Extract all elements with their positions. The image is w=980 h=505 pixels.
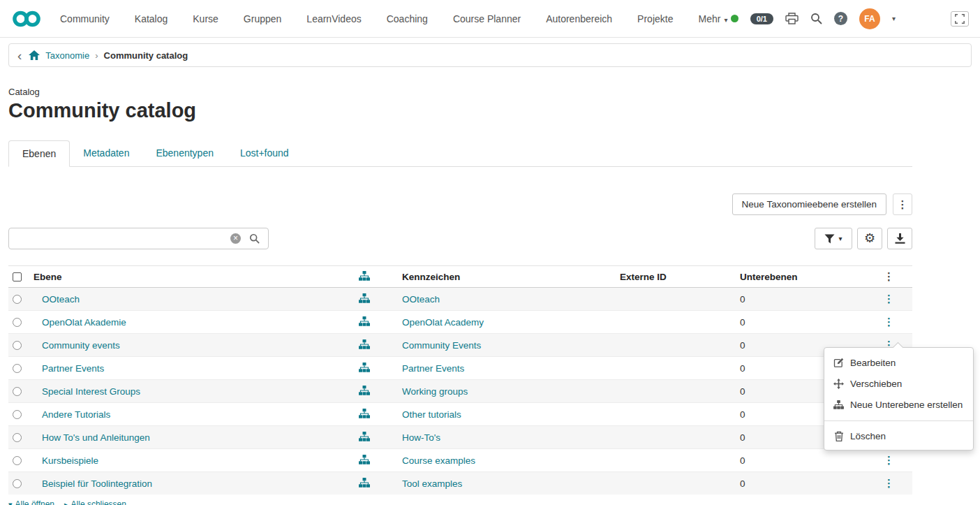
topnav-item-mehr[interactable]: Mehr <box>698 13 727 24</box>
column-header-kennzeichen[interactable]: Kennzeichen <box>394 266 620 288</box>
kennzeichen-link[interactable]: Course examples <box>402 455 475 466</box>
new-taxonomy-level-button[interactable]: Neue Taxonomieebene erstellen <box>732 193 886 215</box>
kennzeichen-link[interactable]: Other tutorials <box>402 409 461 420</box>
row-select-checkbox[interactable] <box>13 318 22 327</box>
download-icon <box>895 233 905 244</box>
row-select-checkbox[interactable] <box>13 364 22 373</box>
sitemap-icon <box>359 363 370 372</box>
chevron-down-icon[interactable] <box>892 15 896 22</box>
table-search-icon[interactable] <box>249 233 260 244</box>
column-settings-kebab-icon[interactable] <box>884 272 894 282</box>
menu-item-label: Neue Unterebene erstellen <box>850 400 963 410</box>
tab-metadaten[interactable]: Metadaten <box>70 140 142 166</box>
row-select-checkbox[interactable] <box>13 295 22 304</box>
unterebenen-cell: 0 <box>740 288 866 311</box>
row-actions-kebab-button[interactable] <box>884 294 894 305</box>
close-all-link[interactable]: Alle schliessen <box>64 499 126 505</box>
back-chevron-icon[interactable] <box>17 49 22 62</box>
kennzeichen-link[interactable]: OpenOlat Academy <box>402 317 484 328</box>
table-row: OpenOlat Akademie OpenOlat Academy 0 <box>8 311 912 334</box>
fullscreen-icon[interactable] <box>951 11 969 27</box>
sitemap-icon <box>359 432 370 441</box>
tab-lost-found[interactable]: Lost+found <box>227 140 302 166</box>
kennzeichen-link[interactable]: Partner Events <box>402 363 464 374</box>
row-select-checkbox[interactable] <box>13 456 22 465</box>
row-select-checkbox[interactable] <box>13 410 22 419</box>
row-actions-kebab-button[interactable] <box>884 478 894 489</box>
topnav-item-projekte[interactable]: Projekte <box>637 13 673 24</box>
unterebenen-cell: 0 <box>740 472 866 495</box>
topnav-item-autorenbereich[interactable]: Autorenbereich <box>546 13 612 24</box>
level-name-link[interactable]: Community events <box>42 340 120 351</box>
table-row: Kursbeispiele Course examples 0 <box>8 449 912 472</box>
topnav-right-cluster: 0/1 FA <box>731 8 969 29</box>
download-button[interactable] <box>887 228 912 249</box>
topnav-item-katalog[interactable]: Katalog <box>135 13 168 24</box>
row-select-checkbox[interactable] <box>13 433 22 442</box>
unterebenen-cell: 0 <box>740 449 866 472</box>
clear-icon[interactable] <box>230 233 241 244</box>
breadcrumb-taxonomie-link[interactable]: Taxonomie <box>45 50 89 61</box>
table-settings-button[interactable] <box>857 228 882 249</box>
breadcrumb-current: Community catalog <box>104 50 188 61</box>
level-name-link[interactable]: Special Interest Groups <box>42 386 140 397</box>
row-actions-kebab-button[interactable] <box>884 455 894 466</box>
level-name-link[interactable]: OOteach <box>42 294 80 305</box>
level-name-link[interactable]: Beispiel für Toolintegration <box>42 478 152 489</box>
select-all-checkbox[interactable] <box>13 272 22 281</box>
topnav-items: Community Katalog Kurse Gruppen LearnVid… <box>60 13 727 24</box>
topnav-item-gruppen[interactable]: Gruppen <box>244 13 281 24</box>
topnav-item-coaching[interactable]: Coaching <box>387 13 428 24</box>
externe-id-cell <box>620 403 740 426</box>
level-name-link[interactable]: Partner Events <box>42 363 104 374</box>
caret-down-icon <box>8 499 13 505</box>
row-actions-kebab-button[interactable] <box>884 317 894 328</box>
table-row: Special Interest Groups Working groups 0 <box>8 380 912 403</box>
row-select-checkbox[interactable] <box>13 387 22 396</box>
level-name-link[interactable]: Andere Tutorials <box>42 409 110 420</box>
sitemap-icon <box>359 409 370 418</box>
openolat-logo[interactable] <box>11 9 43 29</box>
filter-button[interactable] <box>815 228 852 249</box>
task-counter-badge[interactable]: 0/1 <box>750 13 773 24</box>
tree-expand-links: Alle öffnen Alle schliessen <box>8 499 912 505</box>
table-row: OOteach OOteach 0 <box>8 288 912 311</box>
home-icon[interactable] <box>29 50 40 60</box>
column-header-ebene[interactable]: Ebene <box>34 266 335 288</box>
printer-icon[interactable] <box>785 13 799 24</box>
tab-ebenen[interactable]: Ebenen <box>8 140 70 167</box>
edit-icon <box>833 358 845 368</box>
kennzeichen-link[interactable]: OOteach <box>402 294 440 305</box>
menu-item-bearbeiten[interactable]: Bearbeiten <box>824 352 973 373</box>
kennzeichen-link[interactable]: Tool examples <box>402 478 462 489</box>
unterebenen-cell: 0 <box>740 311 866 334</box>
row-select-checkbox[interactable] <box>13 479 22 488</box>
help-icon[interactable] <box>834 12 847 25</box>
open-all-link[interactable]: Alle öffnen <box>8 499 54 505</box>
row-context-menu: Bearbeiten Verschieben Neue Unterebene e… <box>824 347 974 451</box>
avatar[interactable]: FA <box>859 8 880 29</box>
level-name-link[interactable]: Kursbeispiele <box>42 455 98 466</box>
topnav-item-learnvideos[interactable]: LearnVideos <box>306 13 361 24</box>
kennzeichen-link[interactable]: Community Events <box>402 340 481 351</box>
externe-id-cell <box>620 380 740 403</box>
level-name-link[interactable]: How To's und Anleitungen <box>42 432 150 443</box>
kebab-menu-icon <box>898 198 908 211</box>
chevron-right-icon <box>95 50 98 61</box>
row-select-checkbox[interactable] <box>13 341 22 350</box>
search-icon[interactable] <box>810 13 822 24</box>
menu-item-neue-unterebene[interactable]: Neue Unterebene erstellen <box>824 394 973 415</box>
column-header-externe-id[interactable]: Externe ID <box>620 266 740 288</box>
topnav-item-kurse[interactable]: Kurse <box>193 13 218 24</box>
topnav-item-community[interactable]: Community <box>60 13 110 24</box>
table-tools <box>815 228 912 249</box>
level-name-link[interactable]: OpenOlat Akademie <box>42 317 126 328</box>
kennzeichen-link[interactable]: Working groups <box>402 386 468 397</box>
topnav-item-course-planner[interactable]: Course Planner <box>453 13 521 24</box>
kennzeichen-link[interactable]: How-To's <box>402 432 440 443</box>
toolbar-kebab-menu-button[interactable] <box>893 193 912 215</box>
menu-item-verschieben[interactable]: Verschieben <box>824 373 973 394</box>
tab-ebenentypen[interactable]: Ebenentypen <box>142 140 227 166</box>
menu-item-loeschen[interactable]: Löschen <box>824 425 973 446</box>
column-header-unterebenen[interactable]: Unterebenen <box>740 266 866 288</box>
